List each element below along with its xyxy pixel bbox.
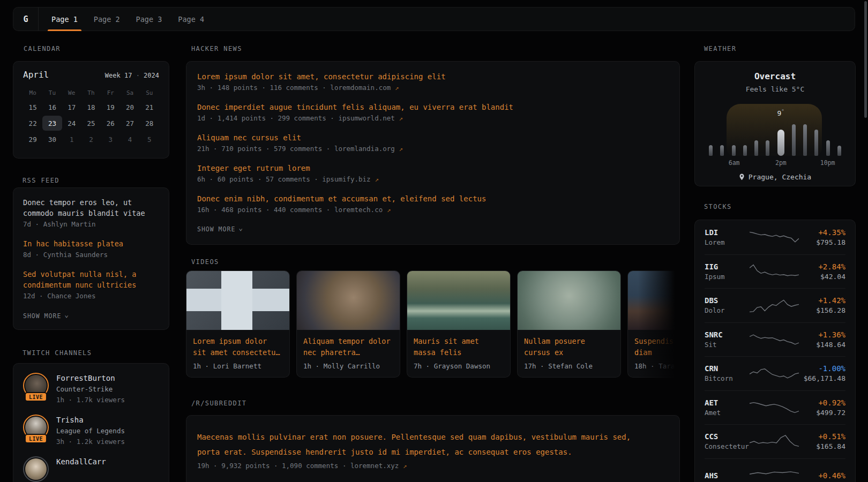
stock-price: $156.28: [799, 306, 845, 315]
rss-item-meta: 8d · Cynthia Saunders: [23, 250, 159, 260]
video-card[interactable]: Lorem ipsum dolorsit amet consectetu… 1h…: [186, 270, 290, 378]
twitch-channel-row[interactable]: LIVE ForrestBurton Counter-Strike 1h · 1…: [23, 373, 159, 405]
stock-name: Ipsum: [705, 272, 750, 282]
hn-show-more-button[interactable]: SHOW MORE ⌄: [197, 225, 243, 233]
weather-bar: [826, 140, 830, 156]
avatar: [25, 458, 47, 480]
app-logo[interactable]: G: [13, 7, 39, 31]
calendar-weekday: We: [62, 87, 81, 99]
external-link-icon: ↗: [375, 175, 379, 183]
calendar-day: 15: [23, 100, 42, 115]
stock-change: +0.46%: [799, 470, 845, 481]
stock-sparkline: [750, 432, 799, 451]
calendar-month: April: [23, 70, 49, 80]
calendar-day: 16: [42, 100, 62, 115]
twitch-section-label: TWITCH CHANNELS: [23, 349, 92, 357]
video-thumbnail: [628, 271, 680, 330]
twitch-channel-row[interactable]: LIVE Trisha League of Legends 3h · 1.2k …: [23, 415, 159, 447]
video-meta: 7h · Grayson Dawson: [414, 362, 504, 370]
video-thumbnail: [186, 271, 289, 330]
stock-symbol: AHS: [705, 470, 750, 481]
weather-section-label: WEATHER: [704, 45, 736, 52]
hn-item-domain[interactable]: loremlandia.org: [334, 145, 395, 153]
stock-row[interactable]: LDILorem +4.35%$795.18: [705, 220, 845, 254]
weather-current-temp: 9°: [777, 109, 784, 117]
hn-item-title[interactable]: Lorem ipsum dolor sit amet, consectetur …: [197, 71, 669, 82]
tab-page-1[interactable]: Page 1: [51, 7, 78, 31]
hn-item-title[interactable]: Aliquam nec cursus elit: [197, 132, 669, 144]
hn-item-domain[interactable]: ipsumify.biz: [322, 175, 370, 183]
hn-item-title[interactable]: Donec imperdiet augue tincidunt felis al…: [197, 101, 669, 113]
stock-name: Amet: [705, 408, 750, 418]
rss-show-more-button[interactable]: SHOW MORE ⌄: [23, 312, 69, 320]
stocks-section-label: STOCKS: [704, 203, 732, 210]
hn-item-title[interactable]: Donec enim nibh, condimentum et accumsan…: [197, 193, 669, 205]
external-link-icon: ↗: [395, 84, 399, 92]
video-title: Suspendissediam: [634, 336, 680, 358]
tab-page-3[interactable]: Page 3: [136, 7, 162, 31]
stock-row[interactable]: AETAmet +0.92%$499.72: [705, 390, 845, 425]
weather-hour-labels: 6am2pm10pm: [709, 159, 841, 168]
page-scrollbar[interactable]: [864, 1, 867, 118]
hn-item-domain[interactable]: loremdomain.com: [330, 84, 391, 92]
stock-symbol: LDI: [705, 227, 750, 238]
stock-symbol: DBS: [705, 295, 750, 306]
video-title: Mauris sit ametmassa felis: [414, 336, 504, 358]
weather-condition: Overcast: [695, 71, 855, 81]
calendar-day: 4: [120, 132, 139, 147]
stock-price: $795.18: [799, 238, 845, 247]
reddit-post-title[interactable]: Maecenas mollis pulvinar erat non posuer…: [197, 430, 669, 460]
twitch-channel-row[interactable]: KendallCarr: [23, 456, 159, 482]
stock-name: Lorem: [705, 238, 750, 247]
videos-section-label: VIDEOS: [191, 258, 219, 266]
channel-meta: 3h · 1.2k viewers: [56, 436, 125, 447]
stock-price: $66,171.48: [799, 374, 845, 383]
rss-item-title[interactable]: Donec tempor eros leo, ut commodo mauris…: [23, 197, 159, 219]
stock-row[interactable]: AHS +0.46%: [705, 458, 845, 482]
hackernews-widget: Lorem ipsum dolor sit amet, consectetur …: [186, 61, 680, 245]
hn-item-domain[interactable]: loremtech.co: [334, 206, 383, 214]
channel-name: ForrestBurton: [56, 373, 125, 384]
video-card[interactable]: Suspendissediam 18h · Tara: [627, 270, 680, 378]
video-card[interactable]: Nullam posuerecursus ex 17h · Stefan Col…: [517, 270, 621, 378]
stock-sparkline: [750, 330, 799, 349]
rss-section-label: RSS FEED: [23, 177, 59, 184]
weather-feels-like: Feels like 5°C: [695, 85, 855, 93]
hn-item-title[interactable]: Integer eget rutrum lorem: [197, 162, 669, 174]
reddit-post-domain[interactable]: loremnet.xyz: [350, 462, 399, 470]
calendar-weekday: Tu: [42, 87, 62, 99]
stock-sparkline: [750, 228, 799, 247]
hn-item-meta: 3h · 148 points · 116 comments · loremdo…: [197, 82, 669, 93]
chevron-down-icon: ⌄: [238, 226, 243, 230]
chevron-down-icon: ⌄: [64, 313, 69, 317]
rss-item-title[interactable]: Sed volutpat nulla nisl, a condimentum n…: [23, 269, 159, 290]
video-card[interactable]: Aliquam tempor dolornec pharetra… 1h · M…: [296, 270, 400, 378]
stock-row[interactable]: CRNBitcorn -1.00%$66,171.48: [705, 356, 845, 390]
stock-row[interactable]: DBSDolor +1.42%$156.28: [705, 288, 845, 322]
video-meta: 17h · Stefan Cole: [524, 362, 614, 370]
weather-bar: [743, 145, 747, 156]
channel-meta: 1h · 1.7k viewers: [56, 395, 125, 405]
tab-page-2[interactable]: Page 2: [94, 7, 120, 31]
weather-hour-label: 6am: [729, 159, 740, 167]
weather-bar: [792, 124, 796, 156]
stock-row[interactable]: SNRCSit +1.36%$148.64: [705, 322, 845, 357]
weather-hour-label: 2pm: [775, 159, 787, 167]
calendar-day: 19: [101, 100, 120, 115]
top-nav: G Page 1 Page 2 Page 3 Page 4: [13, 7, 855, 31]
calendar-day: 21: [140, 100, 159, 115]
video-title: Nullam posuerecursus ex: [524, 336, 614, 358]
rss-item: Donec tempor eros leo, ut commodo mauris…: [23, 197, 159, 230]
stock-row[interactable]: CCSConsectetur +0.51%$165.84: [705, 424, 845, 458]
tab-page-4[interactable]: Page 4: [178, 7, 204, 31]
stock-change: +1.36%: [799, 329, 845, 340]
hn-item-domain[interactable]: ipsumworld.net: [338, 114, 394, 122]
stocks-widget: LDILorem +4.35%$795.18 IIGIpsum +2.84%$4…: [694, 220, 856, 482]
rss-item-title[interactable]: In hac habitasse platea: [23, 238, 159, 249]
video-card[interactable]: Mauris sit ametmassa felis 7h · Grayson …: [407, 270, 511, 378]
stock-row[interactable]: IIGIpsum +2.84%$42.04: [705, 254, 845, 289]
stock-price: $499.72: [799, 408, 845, 418]
stock-change: -1.00%: [799, 363, 845, 374]
weather-bar: [709, 145, 713, 156]
hn-item: Donec imperdiet augue tincidunt felis al…: [197, 101, 669, 124]
